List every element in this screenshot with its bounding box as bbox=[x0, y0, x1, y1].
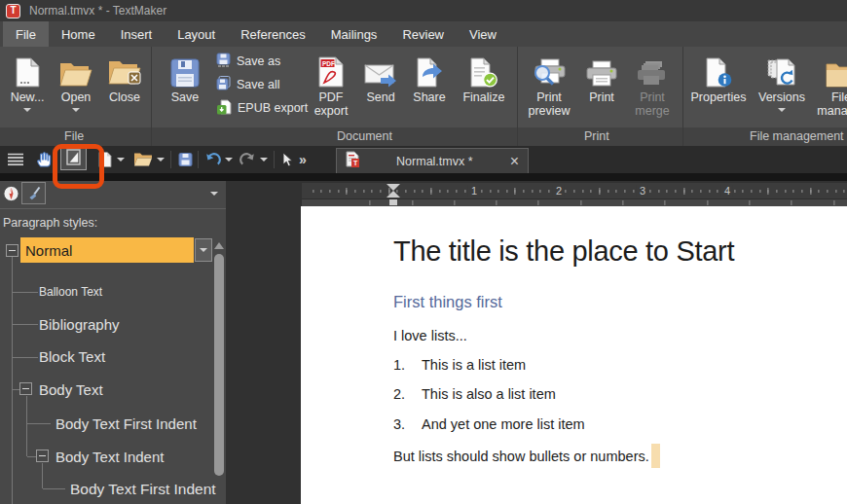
menu-bar: File Home Insert Layout References Maili… bbox=[0, 21, 847, 47]
tree-expander[interactable] bbox=[19, 382, 32, 395]
style-item-body-text-first-indent[interactable]: Body Text First Indent bbox=[55, 415, 197, 432]
doc-list-item: 1.This is a list item bbox=[393, 357, 526, 373]
tree-line bbox=[13, 389, 19, 390]
style-dropdown-button[interactable] bbox=[195, 238, 212, 262]
document-page[interactable]: The title is the place to Start First th… bbox=[301, 206, 847, 504]
save-button[interactable]: Save bbox=[161, 52, 209, 105]
file-manager-button[interactable]: File manager bbox=[814, 52, 847, 118]
ribbon: New... Open Close File Save Sav bbox=[0, 47, 847, 146]
dropdown-caret-icon bbox=[23, 108, 31, 112]
sidebar-scrollbar[interactable] bbox=[214, 254, 224, 476]
tab-insert[interactable]: Insert bbox=[108, 21, 166, 47]
panel-title: Paragraph styles: bbox=[3, 216, 97, 230]
open-dropdown-caret-icon[interactable] bbox=[157, 158, 165, 162]
tab-review[interactable]: Review bbox=[389, 21, 457, 47]
sidebar-paragraph-styles: Paragraph styles: Normal Balloon Text Bi… bbox=[0, 181, 226, 504]
indent-square-handle[interactable] bbox=[389, 199, 397, 205]
object-pointer-icon[interactable] bbox=[281, 152, 293, 167]
tab-home[interactable]: Home bbox=[49, 21, 108, 47]
dropdown-caret-icon bbox=[778, 108, 786, 112]
brush-icon bbox=[26, 186, 42, 201]
open-button[interactable]: Open bbox=[55, 52, 97, 112]
group-label-print: Print bbox=[584, 129, 609, 143]
pdf-export-icon: PDF bbox=[317, 52, 345, 88]
sidebar-toggle-button[interactable] bbox=[60, 148, 87, 170]
panel-chevron-down-icon[interactable] bbox=[210, 192, 218, 196]
epub-export-icon bbox=[216, 99, 232, 118]
touch-mode-hand-icon[interactable] bbox=[35, 152, 52, 168]
pdf-export-button[interactable]: PDF PDF export bbox=[306, 52, 356, 118]
redo-dropdown-caret-icon[interactable] bbox=[260, 158, 268, 162]
tree-line bbox=[26, 396, 27, 456]
share-icon bbox=[417, 52, 443, 88]
ruler-ticks bbox=[302, 183, 847, 198]
ruler-number: 1 bbox=[468, 185, 480, 197]
open-folder-icon[interactable] bbox=[133, 153, 153, 167]
tab-mailings[interactable]: Mailings bbox=[318, 21, 390, 47]
save-as-button[interactable]: Save as bbox=[216, 53, 280, 70]
new-document-icon[interactable] bbox=[98, 152, 112, 168]
finalize-button[interactable]: Finalize bbox=[456, 52, 512, 105]
tab-file[interactable]: File bbox=[3, 21, 49, 47]
toolbar-overflow-icon[interactable]: » bbox=[299, 153, 307, 166]
print-button[interactable]: Print bbox=[582, 52, 621, 105]
undo-icon[interactable] bbox=[204, 153, 221, 167]
new-dropdown-caret-icon[interactable] bbox=[117, 158, 125, 162]
printer-icon bbox=[586, 52, 617, 88]
style-item-block-text[interactable]: Block Text bbox=[39, 348, 105, 365]
style-item-body-text-indent[interactable]: Body Text Indent bbox=[55, 449, 164, 465]
toolbar-separator bbox=[198, 151, 199, 168]
tab-references[interactable]: References bbox=[228, 21, 317, 47]
toolbar-separator bbox=[170, 151, 171, 168]
share-button[interactable]: Share bbox=[407, 52, 452, 105]
send-button[interactable]: Send bbox=[359, 52, 402, 105]
tree-expander[interactable] bbox=[6, 244, 18, 257]
horizontal-ruler[interactable]: 1 2 3 4 bbox=[302, 183, 847, 206]
doc-paragraph: I love lists... bbox=[393, 328, 467, 343]
doc-paragraph: But lists should show bullets or numbers… bbox=[393, 444, 660, 468]
toolbar-separator bbox=[274, 151, 275, 168]
new-document-icon bbox=[16, 52, 40, 88]
tab-layout[interactable]: Layout bbox=[165, 21, 228, 47]
print-merge-button[interactable]: Print merge bbox=[626, 52, 679, 118]
sidebar-divider bbox=[0, 208, 226, 209]
text-cursor-highlight bbox=[651, 444, 660, 468]
sidebar-list-icon[interactable] bbox=[8, 154, 23, 166]
tree-line bbox=[43, 488, 65, 489]
format-brush-button[interactable] bbox=[21, 182, 46, 204]
left-indent-marker[interactable] bbox=[387, 191, 400, 198]
tree-expander[interactable] bbox=[36, 450, 49, 462]
group-label-file-management: File management bbox=[750, 129, 844, 143]
properties-icon bbox=[706, 52, 732, 88]
versions-button[interactable]: Versions bbox=[755, 52, 808, 112]
close-folder-icon bbox=[108, 52, 141, 88]
print-preview-button[interactable]: Print preview bbox=[522, 52, 576, 118]
close-button[interactable]: Close bbox=[101, 52, 148, 105]
save-floppy-icon[interactable] bbox=[178, 153, 193, 167]
navigation-compass-icon[interactable] bbox=[3, 186, 19, 202]
document-tab[interactable]: T Normal.tmvx * × bbox=[336, 148, 529, 173]
style-item-bibliography[interactable]: Bibliography bbox=[39, 316, 120, 333]
redo-icon[interactable] bbox=[239, 153, 256, 167]
undo-dropdown-caret-icon[interactable] bbox=[225, 158, 233, 162]
first-line-indent-marker[interactable] bbox=[387, 184, 400, 191]
tree-line bbox=[27, 456, 36, 457]
print-merge-icon bbox=[637, 52, 668, 88]
versions-icon bbox=[767, 52, 797, 88]
new-button[interactable]: New... bbox=[6, 52, 49, 112]
style-item-normal-selected[interactable]: Normal bbox=[20, 237, 194, 263]
epub-export-button[interactable]: EPUB export bbox=[216, 99, 308, 117]
document-tab-label: Normal.tmvx * bbox=[359, 155, 510, 168]
save-all-button[interactable]: Save all bbox=[216, 76, 279, 93]
properties-button[interactable]: Properties bbox=[688, 52, 749, 105]
tab-view[interactable]: View bbox=[457, 21, 509, 47]
tree-line bbox=[13, 324, 38, 325]
style-item-balloon-text[interactable]: Balloon Text bbox=[39, 285, 102, 299]
save-as-icon bbox=[216, 53, 231, 70]
style-item-body-text[interactable]: Body Text bbox=[39, 381, 103, 398]
scrollbar-up-icon[interactable] bbox=[214, 242, 224, 249]
style-item-body-text-first-indent-2[interactable]: Body Text First Indent bbox=[70, 481, 216, 498]
close-icon[interactable]: × bbox=[510, 154, 519, 169]
quick-toolbar: » T Normal.tmvx * × bbox=[0, 146, 847, 173]
save-all-icon bbox=[216, 76, 231, 93]
